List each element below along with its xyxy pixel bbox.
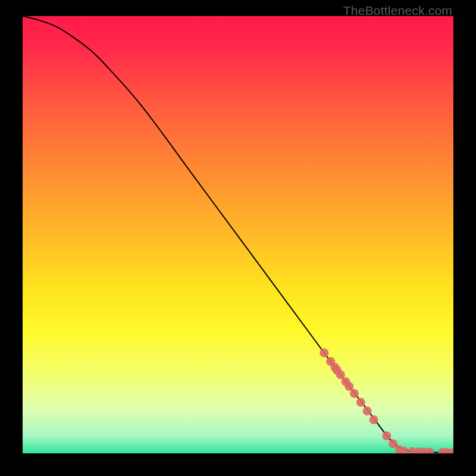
scatter-dot [382,431,391,440]
scatter-dot [363,406,372,415]
chart-frame [23,16,453,453]
chart-background [23,16,453,453]
scatter-dot [350,389,359,398]
scatter-dot [320,349,328,358]
chart-svg [23,16,453,453]
scatter-dot [356,398,365,407]
scatter-dot [389,439,397,448]
scatter-dot [369,415,378,424]
